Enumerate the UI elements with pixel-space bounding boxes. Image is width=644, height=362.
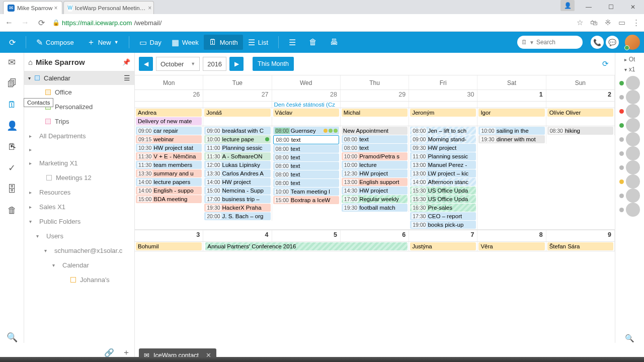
sidebar-item[interactable]: ▸Marketing X1 xyxy=(24,156,134,170)
sidebar-item[interactable]: ▾Public Folders xyxy=(24,214,134,229)
reload-button[interactable]: ⟳ xyxy=(36,18,46,28)
presence-item[interactable] xyxy=(619,76,640,90)
view-button[interactable]: ▭Day xyxy=(134,35,167,50)
presence-item[interactable] xyxy=(619,104,640,118)
calendar-event[interactable]: 15:00BDA meeting xyxy=(136,195,202,203)
presence-item[interactable] xyxy=(619,160,640,174)
calendar-event[interactable]: 10:30HW project stat xyxy=(136,144,202,152)
extension-icon[interactable]: 🛍 xyxy=(590,18,598,27)
url-field[interactable]: 🔒 https://mail.icewarp.com/webmail/ xyxy=(52,19,571,27)
calendar-body[interactable]: 262728293012 Den české státnosti (Cz And… xyxy=(135,90,615,343)
month-select[interactable]: October▼ xyxy=(156,57,200,71)
allday-event[interactable]: Jeroným xyxy=(410,109,476,117)
calendar-event[interactable]: 09:00Morning stand- xyxy=(410,135,476,143)
view-button[interactable]: ▦Week xyxy=(167,35,204,50)
hamburger-icon[interactable]: ☰ xyxy=(124,74,130,82)
notes-icon[interactable]: 🗒 xyxy=(7,141,18,152)
calendar-event[interactable]: 09:00breakfast with C xyxy=(204,127,270,135)
calendar-event[interactable]: 13:30summary and u xyxy=(136,169,202,177)
search-box[interactable]: 🗓 ▼ xyxy=(517,36,583,49)
calendar-event[interactable]: 09:15webinar xyxy=(136,135,202,143)
sidebar-item[interactable]: ▸ xyxy=(24,143,134,156)
calendar-event[interactable]: 20:00J. S. Bach – org xyxy=(204,212,270,220)
calendar-event[interactable]: 11:00Planning sessic xyxy=(410,152,476,160)
calendar-event[interactable]: 08:00text xyxy=(342,144,408,152)
refresh-icon[interactable]: ⟳ xyxy=(602,59,609,68)
calendar-event[interactable]: 13:30Carlos Andres A xyxy=(204,169,270,177)
search-rail-icon[interactable]: 🔍 xyxy=(7,332,18,343)
extension-icon-2[interactable]: ※ xyxy=(605,18,611,27)
allday-event[interactable]: Delivery of new mate xyxy=(136,117,202,125)
chat-button[interactable]: 💬 xyxy=(606,36,619,49)
calendar-event[interactable]: 10:00Team meeting l xyxy=(273,188,339,196)
allday-event[interactable]: Annual Partners' Conference 2016 xyxy=(205,242,408,250)
presence-item[interactable] xyxy=(619,174,640,189)
calendar-event[interactable]: 15:30US Office Upda xyxy=(410,195,476,203)
calendar-event[interactable]: 17:30CEO – report xyxy=(410,212,476,220)
presence-item[interactable] xyxy=(619,146,640,160)
calendar-event[interactable]: 08:30hiking xyxy=(547,127,613,135)
calendar-event[interactable]: 08:00text xyxy=(273,135,339,144)
sidebar-item[interactable]: ▸All Departments xyxy=(24,129,134,143)
browser-tab[interactable]: ✉Mike Sparrow × xyxy=(3,1,62,14)
calendar-event[interactable]: 16:30Pre-sales xyxy=(410,204,476,212)
contacts-icon[interactable]: 👤 xyxy=(7,120,18,131)
sync-button[interactable]: ⟳ xyxy=(4,35,21,50)
calendar-event[interactable]: 10:00Pramod/Petra s xyxy=(342,152,408,160)
close-icon[interactable]: × xyxy=(54,5,58,12)
calendar-event[interactable]: 08:00Jen – lift to sch xyxy=(410,127,476,135)
files-icon[interactable]: 🗄 xyxy=(7,184,18,195)
minimize-button[interactable]: — xyxy=(578,0,600,14)
calendar-event[interactable]: 08:00text xyxy=(273,162,339,170)
calendar-event[interactable]: 14:30HW project xyxy=(342,187,408,195)
sidebar-user[interactable]: ⌂ Mike Sparrow 📌 xyxy=(24,53,134,71)
sidebar-item[interactable]: ▾Calendar xyxy=(24,258,134,273)
docs-icon[interactable]: 🗐 xyxy=(7,78,18,89)
calendar-event[interactable]: 13:00Manuel Perez - xyxy=(410,161,476,169)
search-input[interactable] xyxy=(536,39,577,46)
compose-button[interactable]: ✎Compose xyxy=(31,35,79,50)
allday-event[interactable]: Justýna xyxy=(410,242,476,250)
presence-item[interactable] xyxy=(619,132,640,146)
calendar-event[interactable]: 14:00HW project xyxy=(204,178,270,186)
calendar-event[interactable]: 08:00text xyxy=(342,135,408,143)
user-avatar[interactable] xyxy=(625,35,640,50)
calendar-event[interactable]: 08:00text xyxy=(273,170,339,178)
sidebar-item[interactable]: ▾Users xyxy=(24,229,134,243)
allday-event[interactable]: Michal xyxy=(342,109,408,117)
allday-event[interactable]: Olívie Oliver xyxy=(547,109,613,117)
calendar-event[interactable]: 19:30football match xyxy=(342,204,408,212)
calendar-event[interactable]: 11:00Planning sessic xyxy=(204,144,270,152)
calendar-event[interactable]: 11:30team members xyxy=(136,161,202,169)
calendar-event[interactable]: 10:00lecture xyxy=(342,161,408,169)
star-icon[interactable]: ☆ xyxy=(577,18,583,27)
calendar-event[interactable]: 08:00text xyxy=(273,179,339,187)
close-icon[interactable]: × xyxy=(148,5,151,12)
calendar-event[interactable]: 15:30US Office Upda xyxy=(410,187,476,195)
pin-icon[interactable]: 📌 xyxy=(122,58,130,66)
tasks-icon[interactable]: ✓ xyxy=(7,162,18,173)
group-toggle[interactable]: ▸Ot xyxy=(624,56,635,63)
sidebar-item[interactable]: Meetings 12 xyxy=(24,170,134,185)
allday-event[interactable]: Bohumil xyxy=(136,242,202,250)
calendar-event[interactable]: 14:00lecture papers xyxy=(136,178,202,186)
calendar-event[interactable]: 08:00Guernsey xyxy=(273,127,339,135)
calendar-event[interactable]: 15:00Boxtrap a IceW xyxy=(273,196,339,204)
sidebar-item[interactable]: ▸Sales X1 xyxy=(24,200,134,214)
back-button[interactable]: ← xyxy=(4,18,14,27)
calendar-event[interactable]: 19:30HackerX Praha xyxy=(204,204,270,212)
delete-button[interactable]: 🗑 xyxy=(304,35,322,50)
presence-item[interactable] xyxy=(619,118,640,132)
sidebar-item[interactable]: ▸Resources xyxy=(24,185,134,200)
this-month-button[interactable]: This Month xyxy=(253,57,294,71)
search-presence-icon[interactable]: 🔍 xyxy=(625,334,634,343)
calendar-event[interactable]: 17:00Regular weekly xyxy=(342,195,408,203)
view-button[interactable]: 🗓Month xyxy=(204,35,243,50)
browser-tab[interactable]: WIceWarp Personal Meetin…× xyxy=(63,1,154,14)
calendar-event[interactable]: 15:00Nemcina - Supp xyxy=(204,187,270,195)
next-month-button[interactable]: ▶ xyxy=(229,57,244,71)
calendar-event[interactable]: 10:00lecture pape xyxy=(204,135,270,143)
presence-item[interactable] xyxy=(619,203,640,217)
view-button[interactable]: ☰List xyxy=(243,35,273,50)
allday-event[interactable]: Andrea xyxy=(136,109,202,117)
